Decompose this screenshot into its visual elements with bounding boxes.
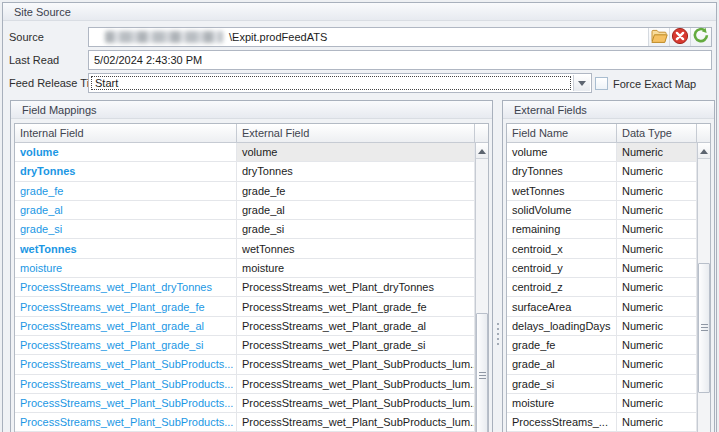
internal-field-cell[interactable]: ProcessStreams_wet_Plant_grade_fe <box>15 297 237 315</box>
table-row[interactable]: grade_alNumeric <box>507 355 697 374</box>
field-name-cell[interactable]: remaining <box>507 220 617 238</box>
field-name-cell[interactable]: volume <box>507 143 617 161</box>
table-row[interactable]: ProcessStreams_wet_Plant_dryTonnesProces… <box>15 278 475 297</box>
internal-field-cell[interactable]: volume <box>15 143 237 161</box>
data-type-cell[interactable]: Numeric <box>617 375 697 393</box>
internal-field-cell[interactable]: grade_al <box>15 201 237 219</box>
column-header-data-type[interactable]: Data Type <box>617 124 697 142</box>
table-row[interactable]: surfaceAreaNumeric <box>507 297 697 316</box>
external-field-cell[interactable]: ProcessStreams_wet_Plant_grade_si <box>237 336 475 354</box>
table-row[interactable]: wetTonneswetTonnes <box>15 239 475 258</box>
table-row[interactable]: ProcessStreams_wet_Plant_grade_feProcess… <box>15 297 475 316</box>
data-type-cell[interactable]: Numeric <box>617 394 697 412</box>
table-row[interactable]: grade_feNumeric <box>507 336 697 355</box>
table-row[interactable]: volumeNumeric <box>507 143 697 162</box>
field-name-cell[interactable]: grade_fe <box>507 336 617 354</box>
table-row[interactable]: moisturemoisture <box>15 259 475 278</box>
external-field-cell[interactable]: ProcessStreams_wet_Plant_grade_al <box>237 317 475 335</box>
data-type-cell[interactable]: Numeric <box>617 182 697 200</box>
external-field-cell[interactable]: ProcessStreams_wet_Plant_SubProducts_lum… <box>237 413 475 431</box>
scroll-up-button[interactable] <box>698 143 710 159</box>
data-type-cell[interactable]: Numeric <box>617 355 697 373</box>
field-name-cell[interactable]: centroid_x <box>507 239 617 257</box>
external-field-cell[interactable]: dryTonnes <box>237 162 475 180</box>
external-field-cell[interactable]: grade_si <box>237 220 475 238</box>
external-fields-scrollbar[interactable] <box>697 143 710 432</box>
table-row[interactable]: delays_loadingDaysNumeric <box>507 317 697 336</box>
external-field-cell[interactable]: volume <box>237 143 475 161</box>
clear-source-button[interactable] <box>669 28 690 46</box>
field-name-cell[interactable]: solidVolume <box>507 201 617 219</box>
column-header-field-name[interactable]: Field Name <box>507 124 617 142</box>
table-row[interactable]: solidVolumeNumeric <box>507 201 697 220</box>
feed-release-time-combobox[interactable]: Start <box>88 73 592 93</box>
internal-field-cell[interactable]: grade_si <box>15 220 237 238</box>
external-field-cell[interactable]: ProcessStreams_wet_Plant_grade_fe <box>237 297 475 315</box>
scrollbar-thumb[interactable] <box>476 313 488 432</box>
external-field-cell[interactable]: ProcessStreams_wet_Plant_SubProducts_lum… <box>237 394 475 412</box>
column-header-external-field[interactable]: External Field <box>237 124 475 142</box>
table-row[interactable]: dryTonnesNumeric <box>507 162 697 181</box>
field-name-cell[interactable]: grade_si <box>507 375 617 393</box>
internal-field-cell[interactable]: ProcessStreams_wet_Plant_SubProducts... <box>15 355 237 373</box>
refresh-source-button[interactable] <box>690 28 711 46</box>
data-type-cell[interactable]: Numeric <box>617 143 697 161</box>
data-type-cell[interactable]: Numeric <box>617 220 697 238</box>
table-row[interactable]: grade_algrade_al <box>15 201 475 220</box>
external-field-cell[interactable]: ProcessStreams_wet_Plant_dryTonnes <box>237 278 475 296</box>
combobox-dropdown-button[interactable] <box>573 75 590 91</box>
internal-field-cell[interactable]: ProcessStreams_wet_Plant_SubProducts... <box>15 394 237 412</box>
force-exact-map-checkbox[interactable] <box>595 77 608 90</box>
table-row[interactable]: centroid_xNumeric <box>507 239 697 258</box>
data-type-cell[interactable]: Numeric <box>617 297 697 315</box>
field-name-cell[interactable]: centroid_z <box>507 278 617 296</box>
internal-field-cell[interactable]: ProcessStreams_wet_Plant_SubProducts... <box>15 413 237 431</box>
internal-field-cell[interactable]: ProcessStreams_wet_Plant_dryTonnes <box>15 278 237 296</box>
column-header-internal-field[interactable]: Internal Field <box>15 124 237 142</box>
table-row[interactable]: grade_fegrade_fe <box>15 182 475 201</box>
open-folder-button[interactable] <box>648 28 669 46</box>
external-field-cell[interactable]: ProcessStreams_wet_Plant_SubProducts_lum… <box>237 355 475 373</box>
internal-field-cell[interactable]: ProcessStreams_wet_Plant_SubProducts... <box>15 375 237 393</box>
external-field-cell[interactable]: grade_fe <box>237 182 475 200</box>
table-row[interactable]: wetTonnesNumeric <box>507 182 697 201</box>
field-name-cell[interactable]: dryTonnes <box>507 162 617 180</box>
table-row[interactable]: ProcessStreams_wet_Plant_SubProducts...P… <box>15 413 475 432</box>
table-row[interactable]: grade_siNumeric <box>507 375 697 394</box>
table-row[interactable]: ProcessStreams_wet_Plant_grade_alProcess… <box>15 317 475 336</box>
external-field-cell[interactable]: moisture <box>237 259 475 277</box>
table-row[interactable]: centroid_yNumeric <box>507 259 697 278</box>
data-type-cell[interactable]: Numeric <box>617 278 697 296</box>
table-row[interactable]: ProcessStreams_wet_Plant_SubProducts...P… <box>15 394 475 413</box>
table-row[interactable]: moistureNumeric <box>507 394 697 413</box>
internal-field-cell[interactable]: ProcessStreams_wet_Plant_grade_al <box>15 317 237 335</box>
data-type-cell[interactable]: Numeric <box>617 201 697 219</box>
table-row[interactable]: remainingNumeric <box>507 220 697 239</box>
internal-field-cell[interactable]: moisture <box>15 259 237 277</box>
field-name-cell[interactable]: centroid_y <box>507 259 617 277</box>
field-name-cell[interactable]: grade_al <box>507 355 617 373</box>
internal-field-cell[interactable]: dryTonnes <box>15 162 237 180</box>
data-type-cell[interactable]: Numeric <box>617 259 697 277</box>
table-row[interactable]: ProcessStreams_wet_Plant_SubProducts...P… <box>15 375 475 394</box>
data-type-cell[interactable]: Numeric <box>617 317 697 335</box>
data-type-cell[interactable]: Numeric <box>617 162 697 180</box>
scroll-up-button[interactable] <box>476 143 488 159</box>
field-name-cell[interactable]: delays_loadingDays <box>507 317 617 335</box>
external-field-cell[interactable]: ProcessStreams_wet_Plant_SubProducts_lum… <box>237 375 475 393</box>
field-mappings-scrollbar[interactable] <box>475 143 488 432</box>
table-row[interactable]: dryTonnesdryTonnes <box>15 162 475 181</box>
field-name-cell[interactable]: ProcessStreams_... <box>507 413 617 431</box>
data-type-cell[interactable]: Numeric <box>617 336 697 354</box>
field-name-cell[interactable]: moisture <box>507 394 617 412</box>
internal-field-cell[interactable]: wetTonnes <box>15 239 237 257</box>
panel-splitter[interactable] <box>494 323 501 363</box>
external-field-cell[interactable]: wetTonnes <box>237 239 475 257</box>
table-row[interactable]: grade_sigrade_si <box>15 220 475 239</box>
table-row[interactable]: ProcessStreams_wet_Plant_SubProducts...P… <box>15 355 475 374</box>
internal-field-cell[interactable]: ProcessStreams_wet_Plant_grade_si <box>15 336 237 354</box>
external-field-cell[interactable]: grade_al <box>237 201 475 219</box>
scrollbar-thumb[interactable] <box>698 263 710 393</box>
data-type-cell[interactable]: Numeric <box>617 413 697 431</box>
table-row[interactable]: volumevolume <box>15 143 475 162</box>
